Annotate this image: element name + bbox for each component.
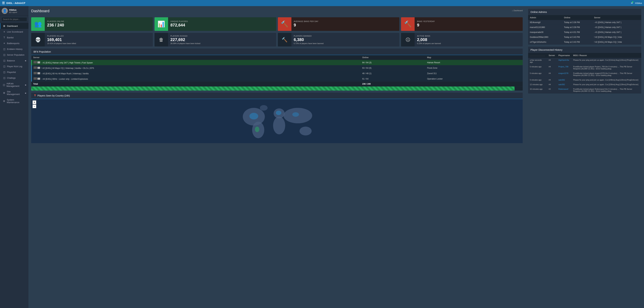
disconnect-player-link[interactable]: eragon2278	[557, 71, 572, 78]
disconnect-player-link[interactable]: salo582	[557, 78, 572, 82]
hamburger-icon[interactable]: ☰	[2, 1, 5, 5]
table-row: marcel31101980 Today at 3:39 PM - #1 [E4…	[528, 25, 641, 30]
stat-value: 2,008	[417, 37, 520, 42]
online-admins-table: Admin Online Server IIErlkoenigII Today …	[528, 15, 641, 45]
server-map-name: Flood Zone	[426, 65, 523, 71]
sidebar-item-label: Dashboard	[7, 25, 18, 27]
col-server: Server	[547, 53, 556, 58]
disconnect-server: #4	[547, 58, 556, 65]
disconnect-server: #4	[547, 71, 556, 78]
svg-point-8	[250, 113, 258, 119]
sidebar-item-balance[interactable]: ◫ Balance ◀	[0, 58, 28, 64]
admin-online-time: Today at 3:43 PM	[562, 35, 592, 40]
sidebar-item-playerlist[interactable]: ◫ Playerlist	[0, 69, 28, 75]
sidebar-user-area: 👤 H3dius ⏻ Logout	[0, 6, 28, 16]
sidebar-item-battlereports[interactable]: ≡ Battlereports	[0, 40, 28, 46]
search-input[interactable]	[1, 17, 27, 22]
disconnect-player-link[interactable]: salo582	[557, 82, 572, 87]
sidebar-item-label: Emblem History	[7, 48, 22, 50]
stat-sub: 26.09% of players have been kicked	[170, 42, 274, 45]
stat-sub: 19.41% of players have been killed	[47, 42, 150, 45]
sidebar-item-emblem-history[interactable]: ◫ Emblem History	[0, 46, 28, 52]
active-bans-icon: ☹	[401, 33, 414, 47]
stat-label: AVERAGE BANS PER DAY	[294, 20, 397, 22]
table-row[interactable]: - #4 [E4GL] 60Hz - Locker only - Limited…	[32, 76, 523, 82]
server-flag-small	[38, 67, 40, 69]
stat-value: 9	[417, 23, 520, 28]
sidebar-item-live-scoreboard[interactable]: ≡ Live Scoreboard	[0, 29, 28, 35]
sidebar-item-banlist[interactable]: T Banlist	[0, 35, 28, 40]
map-zoom-in-button[interactable]: +	[32, 100, 36, 104]
server-flag	[34, 72, 37, 74]
sidebar-item-system-maintenance[interactable]: ⚙ System Maintenance	[0, 97, 28, 105]
chevron-left-icon-3: ◀	[25, 92, 26, 94]
table-row[interactable]: - #3 [E4GL] 60 Hz All Maps Rush | Votema…	[32, 71, 523, 76]
app-title: E4GL - AdminCP	[6, 2, 25, 5]
population-progress-bar: 98.33%	[31, 87, 523, 91]
chevron-left-icon: ◀	[25, 60, 26, 62]
disconnect-player-link[interactable]: Project_709	[557, 65, 572, 71]
table-row[interactable]: - #1 [E4GL] Hainan only 24/7 | High Tick…	[32, 60, 523, 65]
svg-point-10	[292, 112, 299, 117]
table-row: 12 minutes ago #4 salo582 Please fix you…	[528, 82, 641, 87]
sidebar-item-dashboard[interactable]: ⊞ Dashboard	[0, 23, 28, 29]
disconnect-player-link[interactable]: HighSp4rr0w	[557, 58, 572, 65]
server-name-cell: - #3 [E4GL] 60 Hz All Maps Rush | Votema…	[32, 71, 360, 76]
server-name-cell: - #1 [E4GL] Hainan only 24/7 | High Tick…	[32, 60, 360, 65]
sidebar: 👤 H3dius ⏻ Logout ⊞ Dashboard ≡ Live Sco…	[0, 6, 28, 308]
sidebar-item-chatlogs[interactable]: ◫ Chatlogs	[0, 75, 28, 81]
server-name-cell: ! #2 [E4GL] All Maps CQ | Votemap | Vani…	[32, 65, 360, 71]
sidebar-item-site-management[interactable]: ⚙ Site Management ◀	[0, 89, 28, 97]
page-title: Dashboard	[31, 9, 50, 13]
disconnected-history-table: ................. Server Playername MSG …	[528, 53, 641, 94]
logout-button[interactable]: ⏻ Logout	[9, 11, 17, 13]
svg-point-11	[255, 127, 260, 132]
mail-icon[interactable]: ✉	[631, 2, 633, 5]
stat-value: 6,380	[294, 37, 397, 42]
disconnect-player-link[interactable]: Robinnwoof	[557, 87, 572, 94]
right-panel: Online Admins Admin Online Server IIErlk…	[526, 6, 644, 308]
col-msg: MSG / Reason	[572, 53, 641, 58]
sidebar-item-label: AdKats Management	[6, 82, 24, 87]
server-online-count: 48 / 48 (1)	[360, 71, 426, 76]
total-label: Total	[32, 82, 360, 87]
stat-card-players-kicked: 🗑 PLAYERS KICKED 227,692 26.09% of playe…	[154, 33, 276, 47]
disconnect-server: #2	[547, 87, 556, 94]
table-row: 5 minutes ago #4 eragon2278 PunkBuster k…	[528, 71, 641, 78]
sidebar-item-label: Playerlist	[7, 71, 16, 74]
disconnect-time: 15 minutes ago	[528, 87, 547, 94]
sidebar-item-label: System Maintenance	[7, 99, 26, 104]
disconnect-reason: PunkBuster kicked player Project_709 (fo…	[572, 65, 641, 71]
col-online: Online	[360, 55, 426, 60]
map-header: 📍 Players Seen by Country (24h)	[31, 93, 523, 99]
table-row: IIErlkoenigII Today at 3:36 PM - #1 [E4G…	[528, 20, 641, 25]
sidebar-item-adkats[interactable]: ◫ AdKats Management ◀	[0, 81, 28, 89]
stat-label: PLAYERS KICKED	[170, 35, 274, 37]
online-admins-header: Online Admins	[528, 9, 641, 15]
disconnect-server: #4	[547, 82, 556, 87]
col-server: Server	[32, 55, 360, 60]
sidebar-item-label: Banlist	[7, 36, 14, 39]
stat-card-players-banned: 🔨 PLAYERS BANNED 6,380 0.73% of players …	[278, 33, 400, 47]
top-navbar: ☰ E4GL - AdminCP ✉ H3dius	[0, 0, 644, 6]
site-management-icon: ⚙	[3, 92, 6, 94]
map-zoom-out-button[interactable]: −	[32, 105, 36, 108]
sidebar-item-player-kick-log[interactable]: ◫ Player Kick Log	[0, 64, 28, 69]
admin-name: masquerade30	[528, 30, 562, 35]
admin-name: IIErlkoenigII	[528, 20, 562, 25]
table-row[interactable]: ! #2 [E4GL] All Maps CQ | Votemap | Vani…	[32, 65, 523, 71]
main-content: Dashboard ⌂ Dashboard 👥 PLAYERS ONLINE 2…	[28, 6, 526, 308]
col-map: Map	[426, 55, 523, 60]
sidebar-search-area	[0, 16, 28, 23]
map-controls: + −	[32, 100, 36, 108]
total-value: 236 / 240	[360, 82, 426, 87]
system-maintenance-icon: ⚙	[3, 100, 6, 102]
stat-label: BANS YESTERDAY	[417, 20, 520, 22]
dashboard-icon: ⊞	[3, 25, 6, 27]
table-row: a few seconds ago #4 HighSp4rr0w Please …	[528, 58, 641, 65]
disconnect-reason: Please fix your ping and join us again. …	[572, 82, 641, 87]
map-body: + −	[31, 99, 523, 143]
players-killed-icon: 💀	[31, 33, 45, 47]
players-kicked-icon: 🗑	[154, 33, 168, 47]
sidebar-item-server-population[interactable]: ◫ Server Population	[0, 52, 28, 58]
